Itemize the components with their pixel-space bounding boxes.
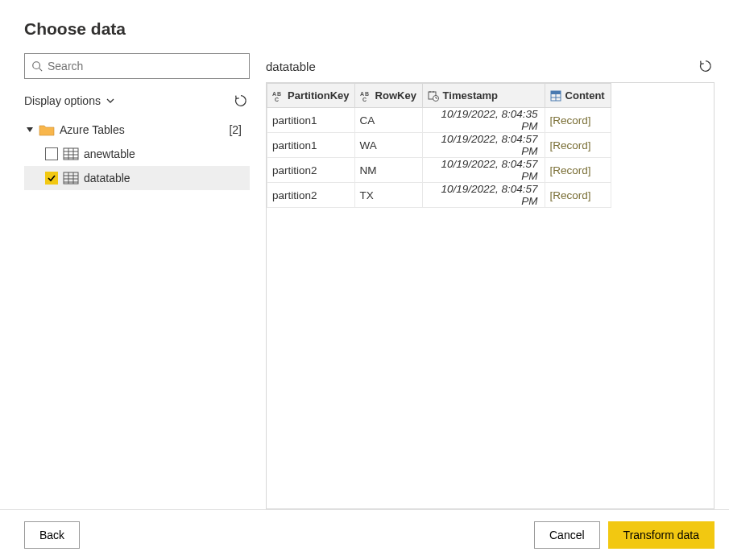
- display-options-toggle[interactable]: Display options: [24, 94, 115, 107]
- refresh-icon: [698, 59, 713, 73]
- preview-grid: ABC PartitionKey ABC RowKey: [267, 83, 611, 208]
- preview-pane: datatable ABC PartitionKey: [266, 53, 729, 509]
- cell-partitionkey: partition1: [267, 133, 355, 158]
- cell-content-record[interactable]: [Record]: [545, 183, 611, 208]
- page-title: Choose data: [24, 19, 705, 39]
- tree-item-anewtable[interactable]: anewtable: [24, 142, 250, 166]
- transform-data-button[interactable]: Transform data: [608, 521, 715, 549]
- svg-text:C: C: [275, 97, 279, 102]
- table-type-icon: [550, 90, 561, 102]
- svg-text:A: A: [272, 91, 276, 97]
- search-icon: [31, 60, 43, 72]
- svg-rect-27: [551, 91, 561, 94]
- column-label: PartitionKey: [288, 89, 350, 102]
- tree-group-azure-tables[interactable]: Azure Tables [2]: [24, 118, 250, 142]
- svg-point-0: [33, 62, 40, 69]
- column-header-timestamp[interactable]: Timestamp: [422, 84, 545, 108]
- refresh-icon: [234, 93, 248, 108]
- svg-line-1: [39, 68, 43, 72]
- cell-rowkey: CA: [354, 108, 422, 133]
- cell-partitionkey: partition2: [267, 183, 355, 208]
- back-button[interactable]: Back: [24, 521, 80, 549]
- column-header-partitionkey[interactable]: ABC PartitionKey: [267, 84, 355, 108]
- main-content: Display options Azure Tables [2] anewtab…: [0, 53, 729, 509]
- table-row[interactable]: partition1 WA 10/19/2022, 8:04:57 PM [Re…: [267, 133, 611, 158]
- cell-content-record[interactable]: [Record]: [545, 133, 611, 158]
- column-label: RowKey: [375, 89, 416, 102]
- chevron-down-icon: [106, 96, 115, 106]
- preview-title: datatable: [266, 60, 316, 73]
- cell-content-record[interactable]: [Record]: [545, 158, 611, 183]
- cell-partitionkey: partition1: [267, 108, 355, 133]
- column-label: Content: [565, 89, 605, 102]
- tree-group-count: [2]: [229, 123, 250, 136]
- preview-header: datatable: [266, 53, 715, 79]
- column-header-content[interactable]: Content: [545, 84, 611, 108]
- caret-down-icon: [26, 126, 34, 134]
- header-row: ABC PartitionKey ABC RowKey: [267, 84, 611, 108]
- table-row[interactable]: partition1 CA 10/19/2022, 8:04:35 PM [Re…: [267, 108, 611, 133]
- checkbox-checked[interactable]: [45, 172, 58, 185]
- cell-rowkey: TX: [354, 183, 422, 208]
- svg-text:C: C: [362, 97, 367, 102]
- svg-text:A: A: [360, 91, 364, 97]
- display-options-row: Display options: [24, 89, 250, 113]
- cell-timestamp: 10/19/2022, 8:04:57 PM: [422, 183, 545, 208]
- table-icon: [63, 172, 79, 185]
- navigator-tree: Azure Tables [2] anewtable datatable: [24, 118, 250, 190]
- tree-item-label: datatable: [84, 172, 130, 185]
- column-label: Timestamp: [443, 89, 498, 102]
- display-options-label: Display options: [24, 94, 101, 107]
- tree-group-label: Azure Tables: [60, 123, 125, 136]
- folder-icon: [39, 123, 55, 136]
- tree-item-datatable[interactable]: datatable: [24, 166, 250, 190]
- checkbox-unchecked[interactable]: [45, 147, 58, 160]
- search-input[interactable]: [48, 60, 242, 73]
- cell-rowkey: NM: [354, 158, 422, 183]
- check-icon: [47, 173, 56, 183]
- text-type-icon: ABC: [360, 90, 371, 102]
- preview-refresh-button[interactable]: [697, 57, 715, 75]
- text-type-icon: ABC: [272, 90, 284, 102]
- navigator-pane: Display options Azure Tables [2] anewtab…: [24, 53, 266, 509]
- navigator-refresh-button[interactable]: [232, 92, 250, 110]
- table-icon: [63, 147, 79, 160]
- cell-rowkey: WA: [354, 133, 422, 158]
- column-header-rowkey[interactable]: ABC RowKey: [354, 84, 422, 108]
- cell-partitionkey: partition2: [267, 158, 355, 183]
- search-box[interactable]: [24, 53, 250, 79]
- svg-text:B: B: [277, 91, 281, 97]
- datetime-type-icon: [428, 90, 439, 102]
- table-row[interactable]: partition2 TX 10/19/2022, 8:04:57 PM [Re…: [267, 183, 611, 208]
- svg-text:B: B: [365, 91, 369, 97]
- cancel-button[interactable]: Cancel: [534, 521, 600, 549]
- tree-item-label: anewtable: [84, 147, 135, 160]
- cell-timestamp: 10/19/2022, 8:04:57 PM: [422, 133, 545, 158]
- dialog-footer: Back Cancel Transform data: [0, 509, 729, 560]
- table-row[interactable]: partition2 NM 10/19/2022, 8:04:57 PM [Re…: [267, 158, 611, 183]
- cell-content-record[interactable]: [Record]: [545, 108, 611, 133]
- cell-timestamp: 10/19/2022, 8:04:35 PM: [422, 108, 545, 133]
- preview-grid-container: ABC PartitionKey ABC RowKey: [266, 82, 715, 509]
- dialog-header: Choose data: [0, 0, 729, 53]
- cell-timestamp: 10/19/2022, 8:04:57 PM: [422, 158, 545, 183]
